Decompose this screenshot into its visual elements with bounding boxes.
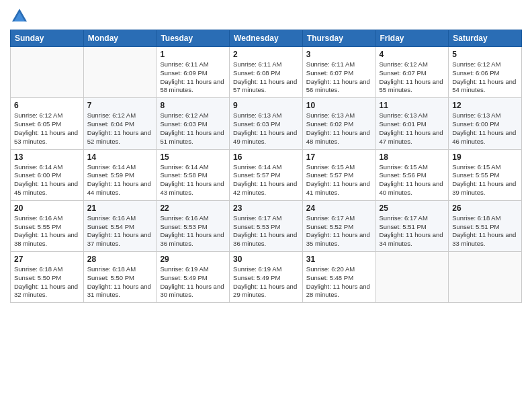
day-number: 10 — [306, 101, 372, 110]
day-cell: 14Sunrise: 6:14 AM Sunset: 5:59 PM Dayli… — [83, 149, 157, 200]
day-info: Sunrise: 6:17 AM Sunset: 5:53 PM Dayligh… — [233, 214, 299, 248]
day-info: Sunrise: 6:18 AM Sunset: 5:50 PM Dayligh… — [87, 265, 153, 300]
day-info: Sunrise: 6:11 AM Sunset: 6:08 PM Dayligh… — [233, 60, 299, 95]
day-cell: 5Sunrise: 6:12 AM Sunset: 6:06 PM Daylig… — [449, 47, 522, 98]
day-cell: 16Sunrise: 6:14 AM Sunset: 5:57 PM Dayli… — [230, 149, 303, 200]
day-cell: 2Sunrise: 6:11 AM Sunset: 6:08 PM Daylig… — [230, 47, 303, 98]
weekday-header-row: SundayMondayTuesdayWednesdayThursdayFrid… — [11, 30, 522, 47]
week-row-1: 1Sunrise: 6:11 AM Sunset: 6:09 PM Daylig… — [11, 47, 522, 98]
day-info: Sunrise: 6:12 AM Sunset: 6:06 PM Dayligh… — [452, 60, 518, 95]
logo-icon — [10, 7, 29, 26]
day-number: 14 — [87, 152, 153, 162]
day-cell: 22Sunrise: 6:16 AM Sunset: 5:53 PM Dayli… — [157, 200, 230, 251]
day-cell: 8Sunrise: 6:12 AM Sunset: 6:03 PM Daylig… — [157, 98, 230, 149]
day-cell: 3Sunrise: 6:11 AM Sunset: 6:07 PM Daylig… — [302, 47, 375, 98]
weekday-header-friday: Friday — [375, 30, 449, 47]
day-info: Sunrise: 6:15 AM Sunset: 5:55 PM Dayligh… — [452, 163, 518, 197]
day-cell: 10Sunrise: 6:13 AM Sunset: 6:02 PM Dayli… — [302, 98, 375, 149]
day-info: Sunrise: 6:13 AM Sunset: 6:01 PM Dayligh… — [380, 111, 445, 146]
day-cell: 15Sunrise: 6:14 AM Sunset: 5:58 PM Dayli… — [157, 149, 230, 200]
week-row-5: 27Sunrise: 6:18 AM Sunset: 5:50 PM Dayli… — [11, 252, 522, 303]
day-number: 27 — [14, 255, 80, 264]
day-number: 24 — [306, 203, 372, 213]
day-number: 8 — [160, 101, 226, 110]
day-number: 4 — [380, 50, 445, 59]
day-info: Sunrise: 6:18 AM Sunset: 5:50 PM Dayligh… — [14, 265, 80, 300]
day-number: 26 — [452, 203, 518, 213]
day-cell: 19Sunrise: 6:15 AM Sunset: 5:55 PM Dayli… — [449, 149, 522, 200]
day-info: Sunrise: 6:17 AM Sunset: 5:52 PM Dayligh… — [306, 214, 372, 248]
day-info: Sunrise: 6:19 AM Sunset: 5:49 PM Dayligh… — [233, 265, 299, 300]
day-number: 18 — [380, 152, 445, 162]
day-cell: 17Sunrise: 6:15 AM Sunset: 5:57 PM Dayli… — [302, 149, 375, 200]
day-info: Sunrise: 6:12 AM Sunset: 6:03 PM Dayligh… — [160, 111, 226, 146]
day-info: Sunrise: 6:16 AM Sunset: 5:54 PM Dayligh… — [87, 214, 153, 248]
day-cell: 13Sunrise: 6:14 AM Sunset: 6:00 PM Dayli… — [11, 149, 84, 200]
day-number: 25 — [380, 203, 445, 213]
day-number: 13 — [14, 152, 80, 162]
day-number: 12 — [452, 101, 518, 110]
day-info: Sunrise: 6:19 AM Sunset: 5:49 PM Dayligh… — [160, 265, 226, 300]
day-cell: 18Sunrise: 6:15 AM Sunset: 5:56 PM Dayli… — [375, 149, 449, 200]
day-number: 29 — [160, 255, 226, 264]
day-info: Sunrise: 6:16 AM Sunset: 5:55 PM Dayligh… — [14, 214, 80, 248]
day-number: 21 — [87, 203, 153, 213]
day-number: 20 — [14, 203, 80, 213]
day-number: 7 — [87, 101, 153, 110]
day-info: Sunrise: 6:11 AM Sunset: 6:09 PM Dayligh… — [160, 60, 226, 95]
day-cell: 29Sunrise: 6:19 AM Sunset: 5:49 PM Dayli… — [157, 252, 230, 303]
calendar-table: SundayMondayTuesdayWednesdayThursdayFrid… — [10, 30, 522, 303]
weekday-header-sunday: Sunday — [11, 30, 84, 47]
day-info: Sunrise: 6:14 AM Sunset: 5:59 PM Dayligh… — [87, 163, 153, 197]
day-number: 30 — [233, 255, 299, 264]
day-number: 11 — [380, 101, 445, 110]
day-cell: 28Sunrise: 6:18 AM Sunset: 5:50 PM Dayli… — [83, 252, 157, 303]
day-info: Sunrise: 6:20 AM Sunset: 5:48 PM Dayligh… — [306, 265, 372, 300]
logo — [10, 7, 32, 26]
day-cell: 25Sunrise: 6:17 AM Sunset: 5:51 PM Dayli… — [375, 200, 449, 251]
weekday-header-tuesday: Tuesday — [157, 30, 230, 47]
day-number: 9 — [233, 101, 299, 110]
day-number: 5 — [452, 50, 518, 59]
weekday-header-monday: Monday — [83, 30, 157, 47]
day-number: 1 — [160, 50, 226, 59]
day-cell: 7Sunrise: 6:12 AM Sunset: 6:04 PM Daylig… — [83, 98, 157, 149]
day-number: 31 — [306, 255, 372, 264]
day-info: Sunrise: 6:12 AM Sunset: 6:04 PM Dayligh… — [87, 111, 153, 146]
day-cell: 26Sunrise: 6:18 AM Sunset: 5:51 PM Dayli… — [449, 200, 522, 251]
day-cell: 24Sunrise: 6:17 AM Sunset: 5:52 PM Dayli… — [302, 200, 375, 251]
day-cell — [11, 47, 84, 98]
week-row-4: 20Sunrise: 6:16 AM Sunset: 5:55 PM Dayli… — [11, 200, 522, 251]
day-info: Sunrise: 6:18 AM Sunset: 5:51 PM Dayligh… — [452, 214, 518, 248]
day-number: 28 — [87, 255, 153, 264]
day-cell: 23Sunrise: 6:17 AM Sunset: 5:53 PM Dayli… — [230, 200, 303, 251]
day-cell: 31Sunrise: 6:20 AM Sunset: 5:48 PM Dayli… — [302, 252, 375, 303]
day-cell: 20Sunrise: 6:16 AM Sunset: 5:55 PM Dayli… — [11, 200, 84, 251]
day-info: Sunrise: 6:13 AM Sunset: 6:00 PM Dayligh… — [452, 111, 518, 146]
day-info: Sunrise: 6:13 AM Sunset: 6:02 PM Dayligh… — [306, 111, 372, 146]
day-cell: 1Sunrise: 6:11 AM Sunset: 6:09 PM Daylig… — [157, 47, 230, 98]
day-cell: 21Sunrise: 6:16 AM Sunset: 5:54 PM Dayli… — [83, 200, 157, 251]
day-number: 6 — [14, 101, 80, 110]
day-info: Sunrise: 6:14 AM Sunset: 5:58 PM Dayligh… — [160, 163, 226, 197]
week-row-2: 6Sunrise: 6:12 AM Sunset: 6:05 PM Daylig… — [11, 98, 522, 149]
weekday-header-wednesday: Wednesday — [230, 30, 303, 47]
day-cell: 27Sunrise: 6:18 AM Sunset: 5:50 PM Dayli… — [11, 252, 84, 303]
day-info: Sunrise: 6:16 AM Sunset: 5:53 PM Dayligh… — [160, 214, 226, 248]
day-number: 16 — [233, 152, 299, 162]
day-cell — [375, 252, 449, 303]
day-info: Sunrise: 6:17 AM Sunset: 5:51 PM Dayligh… — [380, 214, 445, 248]
day-cell — [449, 252, 522, 303]
day-number: 22 — [160, 203, 226, 213]
day-number: 2 — [233, 50, 299, 59]
day-info: Sunrise: 6:15 AM Sunset: 5:57 PM Dayligh… — [306, 163, 372, 197]
day-cell: 30Sunrise: 6:19 AM Sunset: 5:49 PM Dayli… — [230, 252, 303, 303]
day-number: 3 — [306, 50, 372, 59]
day-info: Sunrise: 6:14 AM Sunset: 6:00 PM Dayligh… — [14, 163, 80, 197]
day-cell: 11Sunrise: 6:13 AM Sunset: 6:01 PM Dayli… — [375, 98, 449, 149]
day-info: Sunrise: 6:12 AM Sunset: 6:05 PM Dayligh… — [14, 111, 80, 146]
day-number: 23 — [233, 203, 299, 213]
day-number: 17 — [306, 152, 372, 162]
day-info: Sunrise: 6:15 AM Sunset: 5:56 PM Dayligh… — [380, 163, 445, 197]
day-info: Sunrise: 6:12 AM Sunset: 6:07 PM Dayligh… — [380, 60, 445, 95]
